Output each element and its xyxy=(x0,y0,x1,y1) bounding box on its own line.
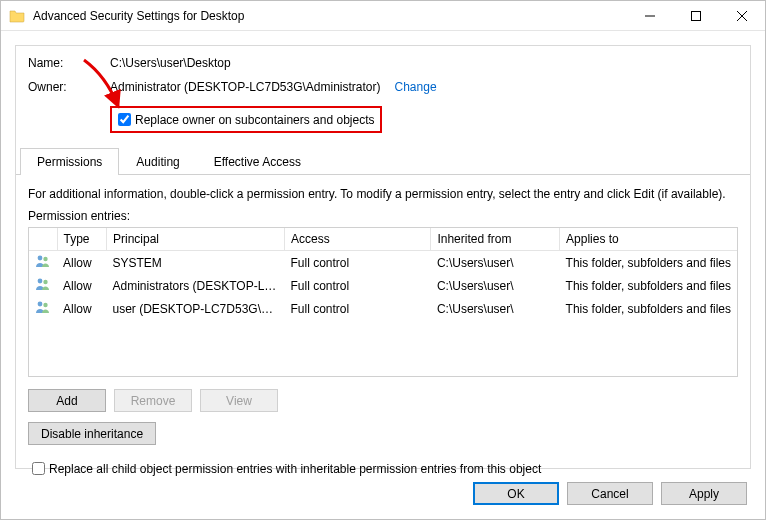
close-button[interactable] xyxy=(719,1,765,31)
col-type[interactable]: Type xyxy=(57,228,106,251)
permission-entries-table[interactable]: Type Principal Access Inherited from App… xyxy=(28,227,738,377)
name-value: C:\Users\user\Desktop xyxy=(110,56,231,70)
cell-applies: This folder, subfolders and files xyxy=(560,274,737,297)
disable-inheritance-button[interactable]: Disable inheritance xyxy=(28,422,156,445)
owner-value: Administrator (DESKTOP-LC7D53G\Administr… xyxy=(110,80,381,94)
svg-point-1 xyxy=(38,256,43,261)
replace-all-children-checkbox[interactable] xyxy=(32,462,45,475)
tab-auditing[interactable]: Auditing xyxy=(119,148,196,175)
add-button[interactable]: Add xyxy=(28,389,106,412)
svg-rect-0 xyxy=(692,11,701,20)
cancel-button[interactable]: Cancel xyxy=(567,482,653,505)
ok-button[interactable]: OK xyxy=(473,482,559,505)
replace-owner-checkbox[interactable] xyxy=(118,113,131,126)
view-button[interactable]: View xyxy=(200,389,278,412)
cell-principal: user (DESKTOP-LC7D53G\user) xyxy=(106,297,284,320)
cell-applies: This folder, subfolders and files xyxy=(560,251,737,275)
maximize-button[interactable] xyxy=(673,1,719,31)
people-icon xyxy=(35,276,51,292)
col-inherited[interactable]: Inherited from xyxy=(431,228,560,251)
col-access[interactable]: Access xyxy=(284,228,430,251)
replace-owner-label[interactable]: Replace owner on subcontainers and objec… xyxy=(135,113,374,127)
titlebar: Advanced Security Settings for Desktop xyxy=(1,1,765,31)
replace-all-children-label[interactable]: Replace all child object permission entr… xyxy=(49,462,541,476)
dialog-footer: OK Cancel Apply xyxy=(473,482,747,505)
apply-button[interactable]: Apply xyxy=(661,482,747,505)
svg-point-6 xyxy=(43,303,47,307)
svg-point-5 xyxy=(38,302,43,307)
owner-label: Owner: xyxy=(28,80,110,94)
tabstrip: Permissions Auditing Effective Access xyxy=(16,147,750,175)
table-row[interactable]: AllowAdministrators (DESKTOP-LC7...Full … xyxy=(29,274,737,297)
window-title: Advanced Security Settings for Desktop xyxy=(33,9,244,23)
tab-effective-access[interactable]: Effective Access xyxy=(197,148,318,175)
col-applies[interactable]: Applies to xyxy=(560,228,737,251)
svg-point-2 xyxy=(43,257,47,261)
cell-type: Allow xyxy=(57,297,106,320)
content-panel: Name: C:\Users\user\Desktop Owner: Admin… xyxy=(15,45,751,469)
svg-point-3 xyxy=(38,279,43,284)
col-icon[interactable] xyxy=(29,228,57,251)
replace-owner-highlight: Replace owner on subcontainers and objec… xyxy=(110,106,382,133)
people-icon xyxy=(35,299,51,315)
tab-permissions[interactable]: Permissions xyxy=(20,148,119,175)
entries-label: Permission entries: xyxy=(28,209,738,223)
name-label: Name: xyxy=(28,56,110,70)
cell-inherited: C:\Users\user\ xyxy=(431,297,560,320)
cell-inherited: C:\Users\user\ xyxy=(431,251,560,275)
cell-principal: Administrators (DESKTOP-LC7... xyxy=(106,274,284,297)
cell-access: Full control xyxy=(284,297,430,320)
info-text: For additional information, double-click… xyxy=(28,187,738,201)
remove-button[interactable]: Remove xyxy=(114,389,192,412)
cell-applies: This folder, subfolders and files xyxy=(560,297,737,320)
table-row[interactable]: AllowSYSTEMFull controlC:\Users\user\Thi… xyxy=(29,251,737,275)
cell-inherited: C:\Users\user\ xyxy=(431,274,560,297)
people-icon xyxy=(35,253,51,269)
svg-point-4 xyxy=(43,280,47,284)
cell-type: Allow xyxy=(57,251,106,275)
folder-icon xyxy=(9,8,25,24)
change-owner-link[interactable]: Change xyxy=(395,80,437,94)
cell-type: Allow xyxy=(57,274,106,297)
minimize-button[interactable] xyxy=(627,1,673,31)
cell-access: Full control xyxy=(284,251,430,275)
cell-principal: SYSTEM xyxy=(106,251,284,275)
cell-access: Full control xyxy=(284,274,430,297)
col-principal[interactable]: Principal xyxy=(106,228,284,251)
table-row[interactable]: Allowuser (DESKTOP-LC7D53G\user)Full con… xyxy=(29,297,737,320)
